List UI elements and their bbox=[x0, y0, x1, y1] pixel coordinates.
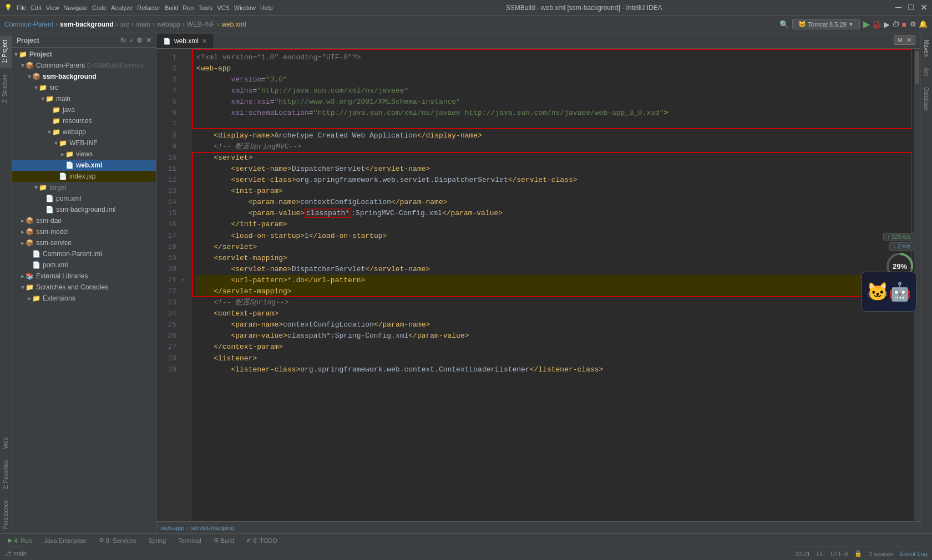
code-editor[interactable]: 1234567891011121314151617181920212223242… bbox=[156, 49, 920, 521]
sidebar-tab-web[interactable]: Web bbox=[1, 433, 11, 453]
sidebar-tab-persistence[interactable]: Persistence bbox=[1, 496, 11, 533]
tree-webinf[interactable]: ▾ 📁 WEB-INF bbox=[12, 138, 156, 149]
tab-run[interactable]: ▶ 4: Run bbox=[2, 536, 37, 545]
tree-resources[interactable]: ▸ 📁 resources bbox=[12, 115, 156, 126]
menu-refactor[interactable]: Refactor bbox=[137, 4, 160, 11]
menu-file[interactable]: File bbox=[17, 4, 27, 11]
tree-ssm-dao[interactable]: ▸ 📦 ssm-dao bbox=[12, 215, 156, 226]
tree-common-parent-iml[interactable]: ▸ 📄 Common-Parent.iml bbox=[12, 248, 156, 259]
breadcrumb-webapp-node[interactable]: web-app bbox=[161, 525, 184, 531]
tree-main[interactable]: ▾ 📁 main bbox=[12, 93, 156, 104]
settings-icon[interactable]: ⚙ bbox=[910, 20, 916, 28]
event-log-link[interactable]: Event Log bbox=[900, 551, 928, 557]
stop-icon[interactable]: ■ bbox=[902, 20, 906, 29]
menu-build[interactable]: Build bbox=[165, 4, 178, 11]
menu-vcs[interactable]: VCS bbox=[217, 4, 230, 11]
tree-background-iml[interactable]: ▸ 📄 ssm-background.iml bbox=[12, 204, 156, 215]
close-panel-icon[interactable]: ✕ bbox=[146, 37, 151, 44]
profile-icon[interactable]: ⏱ bbox=[892, 20, 900, 29]
terminal-label: Terminal bbox=[178, 537, 201, 544]
code-line-25: <param-name>contextConfigLocation</param… bbox=[196, 319, 910, 330]
editor-area: 📄 web.xml ✕ M ✕ 123456789101112131415161… bbox=[156, 33, 920, 533]
settings-panel-icon[interactable]: ⚙ bbox=[136, 37, 143, 44]
sync-icon[interactable]: ↻ bbox=[120, 37, 126, 44]
editor-tab-webxml[interactable]: 📄 web.xml ✕ bbox=[156, 34, 214, 48]
breadcrumb-ssm-background[interactable]: ssm-background bbox=[60, 21, 114, 28]
code-line-15: <param-value>classpath*:SpringMVC-Config… bbox=[196, 208, 910, 219]
collapse-all-icon[interactable]: ≡ bbox=[129, 37, 133, 44]
notification-icon[interactable]: 🔔 bbox=[919, 20, 928, 28]
tab-services[interactable]: ⚙ 8: Services bbox=[93, 536, 141, 545]
tree-src[interactable]: ▾ 📁 src bbox=[12, 82, 156, 93]
menu-edit[interactable]: Edit bbox=[31, 4, 42, 11]
breadcrumb-servlet-mapping-node[interactable]: servlet-mapping bbox=[191, 525, 234, 531]
tab-spring[interactable]: Spring bbox=[143, 536, 171, 545]
tree-extensions[interactable]: ▸ 📁 Extensions bbox=[12, 293, 156, 304]
sidebar-tab-favorites[interactable]: 2: Favorites bbox=[1, 456, 11, 493]
run-coverage-icon[interactable]: ▶ bbox=[884, 20, 890, 29]
tree-external-libraries[interactable]: ▸ 📚 External Libraries bbox=[12, 271, 156, 282]
tree-common-parent[interactable]: ▾ 📦 Common-Parent D:\SSMBuild\Common- bbox=[12, 60, 156, 71]
code-line-13: <init-param> bbox=[196, 186, 910, 197]
breadcrumb-webxml[interactable]: web.xml bbox=[221, 21, 246, 28]
menu-analyze[interactable]: Analyze bbox=[111, 4, 133, 11]
tree-ssm-background[interactable]: ▾ 📦 ssm-background bbox=[12, 71, 156, 82]
main-area: 1: Project 2: Structure Web 2: Favorites… bbox=[0, 33, 932, 533]
indent-info[interactable]: 🔒 bbox=[854, 550, 862, 557]
code-line-11: <servlet-name>DispatcherServlet</servlet… bbox=[196, 164, 910, 175]
tree-project-root[interactable]: ▾ 📁 Project bbox=[12, 49, 156, 60]
menu-tools[interactable]: Tools bbox=[198, 4, 212, 11]
maven-popup-close[interactable]: M ✕ bbox=[894, 35, 915, 45]
breadcrumb-src[interactable]: src bbox=[120, 21, 129, 28]
code-content[interactable]: <?xml version="1.0" encoding="UTF-8"?> <… bbox=[192, 49, 914, 521]
sidebar-tab-structure[interactable]: 2: Structure bbox=[0, 70, 12, 108]
scrollbar-thumb[interactable] bbox=[915, 51, 919, 84]
tab-java-enterprise[interactable]: Java Enterprise bbox=[38, 536, 92, 545]
tree-webapp[interactable]: ▾ 📁 webapp bbox=[12, 126, 156, 138]
tree-ssm-service[interactable]: ▸ 📦 ssm-service bbox=[12, 237, 156, 248]
line-separator[interactable]: LF bbox=[817, 551, 824, 557]
code-line-2: <web-app bbox=[196, 63, 910, 74]
menu-navigate[interactable]: Navigate bbox=[63, 4, 87, 11]
menu-run[interactable]: Run bbox=[183, 4, 194, 11]
sidebar-tab-project[interactable]: 1: Project bbox=[0, 35, 12, 68]
tree-scratches-consoles[interactable]: ▾ 📁 Scratches and Consoles bbox=[12, 282, 156, 293]
menu-help[interactable]: Help bbox=[260, 4, 273, 11]
download-speed: ↓ 2 K/s bbox=[889, 242, 914, 251]
tree-indexjsp[interactable]: ▸ 📄 index.jsp bbox=[12, 171, 156, 182]
sidebar-tab-ant[interactable]: Ant bbox=[921, 63, 931, 80]
sidebar-tab-maven[interactable]: Maven bbox=[921, 35, 931, 61]
code-line-8: <display-name>Archetype Created Web Appl… bbox=[196, 130, 910, 141]
tab-todo[interactable]: ✔ 6: TODO bbox=[241, 536, 283, 545]
git-branch[interactable]: ⎇ main bbox=[4, 550, 27, 557]
tree-webxml[interactable]: ▸ 📄 web.xml bbox=[12, 160, 156, 171]
maven-close-x[interactable]: ✕ bbox=[906, 37, 911, 43]
debug-button[interactable]: 🐞 bbox=[872, 20, 882, 29]
indent-spaces[interactable]: 2 spaces bbox=[869, 551, 893, 557]
breadcrumb-common-parent[interactable]: Common-Parent bbox=[4, 21, 53, 28]
maximize-button[interactable]: □ bbox=[908, 2, 914, 13]
breadcrumb-main[interactable]: main bbox=[136, 21, 150, 28]
tree-pomxml[interactable]: ▸ 📄 pom.xml bbox=[12, 193, 156, 204]
file-encoding[interactable]: UTF-8 bbox=[830, 551, 848, 557]
breadcrumb-webinf[interactable]: WEB-INF bbox=[187, 21, 215, 28]
tree-ssm-model[interactable]: ▸ 📦 ssm-model bbox=[12, 226, 156, 237]
make-button[interactable]: ▶ bbox=[863, 19, 870, 29]
menu-window[interactable]: Window bbox=[234, 4, 256, 11]
menu-view[interactable]: View bbox=[46, 4, 59, 11]
tree-root-pom[interactable]: ▸ 📄 pom.xml bbox=[12, 259, 156, 271]
menu-code[interactable]: Code bbox=[92, 4, 107, 11]
close-button[interactable]: ✕ bbox=[920, 2, 928, 13]
tab-build[interactable]: ⚙ Build bbox=[208, 536, 240, 545]
tab-terminal[interactable]: Terminal bbox=[173, 536, 207, 545]
minimize-button[interactable]: ─ bbox=[895, 2, 901, 13]
tree-views[interactable]: ▸ 📁 views bbox=[12, 149, 156, 160]
webxml-tab-close[interactable]: ✕ bbox=[202, 38, 207, 45]
search-everywhere-icon[interactable]: 🔍 bbox=[779, 20, 789, 29]
tomcat-config[interactable]: 🐱 Tomcat 8.5.29 ▼ bbox=[792, 19, 860, 29]
sidebar-tab-database[interactable]: Database bbox=[921, 83, 931, 115]
tree-target[interactable]: ▾ 📁 target bbox=[12, 182, 156, 193]
tree-java[interactable]: ▸ 📁 java bbox=[12, 104, 156, 115]
breadcrumb-webapp[interactable]: webapp bbox=[157, 21, 180, 28]
tomcat-dropdown-icon[interactable]: ▼ bbox=[849, 22, 854, 27]
